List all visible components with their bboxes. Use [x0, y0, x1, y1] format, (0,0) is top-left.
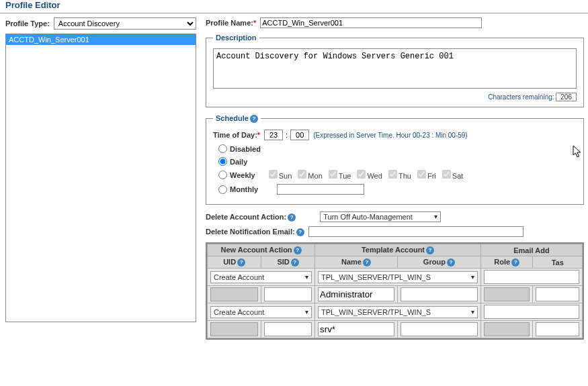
delete-email-input[interactable]: [308, 226, 523, 237]
radio-weekly[interactable]: [218, 171, 227, 179]
delete-email-label: Delete Notification Email:?: [206, 228, 304, 236]
help-icon[interactable]: ?: [426, 246, 434, 254]
delete-action-select[interactable]: Turn Off Auto-Management: [320, 211, 441, 222]
schedule-fieldset: Schedule? Time of Day:* : (Expressed in …: [206, 114, 584, 205]
profile-name-label: Profile Name:*: [206, 19, 256, 27]
right-panel: Profile Name:* Description Account Disco…: [202, 17, 588, 340]
time-of-day-label: Time of Day:*: [213, 131, 260, 139]
role-input: [484, 322, 530, 336]
help-icon[interactable]: ?: [294, 246, 302, 254]
th-group: Group?: [397, 256, 480, 269]
help-icon[interactable]: ?: [296, 228, 304, 236]
schedule-legend: Schedule?: [213, 114, 261, 123]
radio-weekly-label: Weekly: [230, 171, 255, 179]
th-task: Tas: [533, 256, 583, 269]
help-icon[interactable]: ?: [237, 258, 245, 267]
help-icon[interactable]: ?: [511, 258, 519, 267]
accounts-table: New Account Action? Template Account? Em…: [207, 244, 583, 338]
check-wed[interactable]: [357, 170, 366, 179]
check-sat[interactable]: [442, 170, 451, 179]
table-row: Create Account TPL_WIN_SERVER/TPL_WIN_S: [208, 269, 583, 286]
check-sun[interactable]: [269, 170, 278, 179]
check-tue[interactable]: [329, 170, 337, 179]
email-cell-input[interactable]: [484, 270, 579, 284]
profile-list-item[interactable]: ACCTD_Win_Server001: [6, 34, 196, 45]
profile-type-select[interactable]: Account Discovery: [54, 17, 196, 30]
description-textarea[interactable]: Account Discovery for Windows Servers Ge…: [213, 48, 577, 89]
uid-input: [210, 287, 258, 301]
template-select[interactable]: TPL_WIN_SERVER/TPL_WIN_S: [318, 271, 478, 283]
profile-list[interactable]: ACCTD_Win_Server001: [5, 34, 196, 322]
table-row: Create Account TPL_WIN_SERVER/TPL_WIN_S: [208, 303, 583, 321]
radio-daily-label: Daily: [230, 158, 247, 166]
check-thu[interactable]: [388, 170, 397, 179]
radio-disabled-label: Disabled: [230, 145, 261, 153]
page-title: Profile Editor: [0, 0, 588, 13]
radio-monthly[interactable]: [218, 185, 227, 194]
task-input[interactable]: [536, 322, 579, 336]
sid-input[interactable]: [264, 287, 312, 301]
table-row: [208, 321, 583, 338]
table-row: [208, 286, 583, 303]
help-icon[interactable]: ?: [447, 258, 455, 267]
uid-input: [210, 322, 258, 336]
name-input[interactable]: [318, 287, 394, 301]
monthly-input[interactable]: [277, 184, 364, 195]
email-cell-input[interactable]: [484, 305, 579, 319]
help-icon[interactable]: ?: [288, 213, 296, 222]
chars-remaining: Characters remaining: 206: [213, 93, 577, 101]
sid-input[interactable]: [264, 322, 312, 336]
check-fri[interactable]: [417, 170, 426, 179]
delete-action-label: Delete Account Action:?: [206, 213, 296, 222]
help-icon[interactable]: ?: [291, 258, 299, 267]
check-mon[interactable]: [298, 170, 306, 179]
radio-disabled[interactable]: [218, 144, 227, 153]
radio-daily[interactable]: [218, 157, 227, 166]
group-input[interactable]: [401, 287, 478, 301]
help-icon[interactable]: ?: [250, 115, 258, 123]
th-sid: SID?: [261, 256, 315, 269]
th-name: Name?: [315, 256, 398, 269]
time-colon: :: [286, 131, 288, 139]
action-select[interactable]: Create Account: [210, 271, 312, 283]
minute-input[interactable]: [290, 130, 309, 140]
weekday-checks: Sun Mon Tue Wed Thu Fri Sat: [269, 170, 468, 180]
profile-type-label: Profile Type:: [5, 19, 50, 28]
profile-name-input[interactable]: [260, 17, 482, 28]
action-select[interactable]: Create Account: [210, 306, 312, 318]
radio-monthly-label: Monthly: [230, 185, 258, 193]
time-hint: (Expressed in Server Time. Hour 00-23 : …: [313, 132, 468, 139]
template-select[interactable]: TPL_WIN_SERVER/TPL_WIN_S: [318, 306, 478, 318]
group-input[interactable]: [401, 322, 478, 336]
description-legend: Description: [213, 34, 259, 42]
name-input[interactable]: [318, 322, 394, 336]
help-icon[interactable]: ?: [363, 258, 371, 267]
description-fieldset: Description Account Discovery for Window…: [206, 34, 584, 107]
th-uid: UID?: [208, 256, 261, 269]
left-panel: Profile Type: Account Discovery ACCTD_Wi…: [0, 17, 202, 340]
task-input[interactable]: [536, 287, 579, 301]
th-template: Template Account?: [315, 244, 481, 256]
hour-input[interactable]: [264, 130, 283, 140]
th-email: Email Add: [480, 244, 582, 256]
th-role: Role?: [480, 256, 533, 269]
role-input: [484, 287, 530, 301]
accounts-table-wrap: New Account Action? Template Account? Em…: [206, 242, 584, 340]
th-new-account: New Account Action?: [208, 244, 315, 256]
